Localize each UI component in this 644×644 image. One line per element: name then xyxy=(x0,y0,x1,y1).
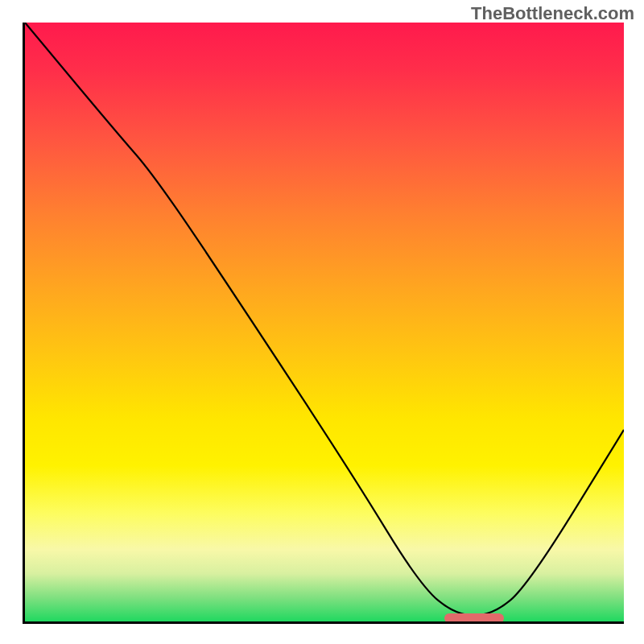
plot-area xyxy=(23,23,624,624)
curve-svg xyxy=(25,23,624,621)
bottleneck-curve xyxy=(25,23,624,616)
optimal-marker xyxy=(444,613,504,623)
watermark-text: TheBottleneck.com xyxy=(471,3,634,24)
